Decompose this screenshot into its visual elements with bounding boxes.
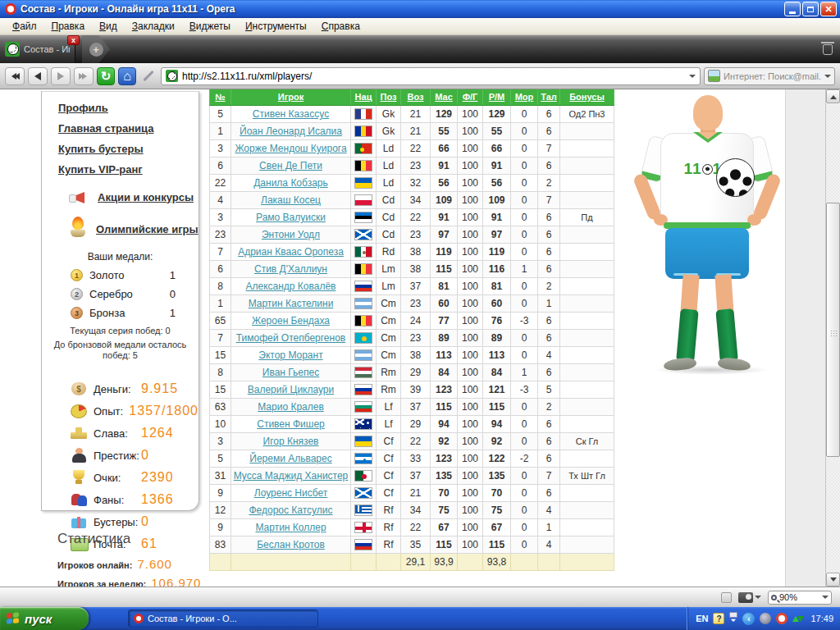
- player-name-link[interactable]: Валерий Циклаури: [248, 384, 335, 395]
- player-name-link[interactable]: Иван Гьепес: [262, 367, 319, 378]
- player-name-link[interactable]: Эктор Морант: [258, 349, 322, 361]
- player-row: 10 Стивен Фишер Lf 29 94 100 94 0 6: [210, 416, 614, 433]
- reload-button[interactable]: ↻: [97, 67, 115, 85]
- menu-item[interactable]: Правка: [44, 19, 93, 34]
- player-name-link[interactable]: Александр Ковалёв: [245, 281, 336, 292]
- sidebar-link[interactable]: Профиль: [58, 102, 199, 114]
- network-activity-icon[interactable]: [792, 613, 804, 625]
- language-help-icon[interactable]: ?: [713, 613, 724, 624]
- new-tab-button[interactable]: +: [82, 35, 110, 63]
- plus-icon: +: [89, 43, 103, 57]
- menu-item[interactable]: Инструменты: [238, 19, 314, 34]
- search-field[interactable]: Интернет: Поиск@mail.ru: [704, 67, 835, 85]
- resource-row: Фаны: 1366: [69, 491, 199, 508]
- column-header[interactable]: Поз: [377, 89, 401, 106]
- tab-close-icon[interactable]: x: [67, 35, 80, 45]
- url-text[interactable]: http://s2.11x11.ru/xml/players/: [182, 71, 685, 82]
- restore-button[interactable]: [802, 2, 819, 16]
- language-options-icon[interactable]: [729, 612, 737, 625]
- column-header[interactable]: Игрок: [231, 89, 351, 106]
- pencil-icon[interactable]: [139, 67, 158, 85]
- menu-item[interactable]: Файл: [5, 19, 44, 34]
- tray-opera-icon[interactable]: [776, 613, 788, 624]
- player-name-link[interactable]: Мусса Маджид Ханистер: [234, 470, 349, 482]
- player-name-link[interactable]: Мартин Кастелини: [249, 298, 334, 309]
- start-button[interactable]: пуск: [0, 607, 89, 630]
- column-header[interactable]: Ф/Г: [458, 89, 483, 106]
- nationality-flag-icon: [354, 263, 372, 275]
- menu-item[interactable]: Закладки: [125, 19, 182, 34]
- column-header[interactable]: Бонусы: [560, 89, 614, 106]
- closed-tabs-trash-button[interactable]: [815, 35, 840, 63]
- menu-item[interactable]: Вид: [92, 19, 125, 34]
- nationality-flag-icon: [354, 108, 372, 120]
- page-content: Профиль Главная страница Купить бустеры …: [0, 89, 825, 587]
- scroll-up-button[interactable]: [826, 89, 840, 103]
- player-name-link[interactable]: Энтони Уодл: [262, 229, 320, 240]
- sidebar-link[interactable]: Купить VIP-ранг: [58, 163, 199, 176]
- scrollbar-thumb[interactable]: [826, 203, 840, 457]
- home-button[interactable]: ⌂: [118, 67, 136, 85]
- player-name-link[interactable]: Федорос Катсулис: [249, 504, 332, 516]
- player-name-link[interactable]: Стивен Фишер: [257, 418, 325, 430]
- nationality-flag-icon: [354, 298, 372, 309]
- panels-toggle-icon[interactable]: [721, 592, 732, 603]
- camera-dropdown-icon[interactable]: [755, 596, 761, 602]
- player-name-link[interactable]: Тимофей Отепбергенов: [236, 332, 345, 344]
- fans-icon: [69, 491, 89, 508]
- player-name-link[interactable]: Свен Де Пети: [259, 160, 322, 171]
- stat-week-row: Игроков за неделю: 106.970: [57, 576, 201, 587]
- url-field[interactable]: http://s2.11x11.ru/xml/players/: [161, 67, 701, 85]
- sidebar-link[interactable]: Купить бустеры: [58, 143, 199, 155]
- player-name-link[interactable]: Данила Кобзарь: [253, 177, 328, 189]
- sidebar-item-olympics[interactable]: Олимпийские игры: [68, 218, 199, 240]
- minimize-button[interactable]: [784, 2, 801, 16]
- gift-icon: [69, 514, 89, 530]
- player-name-link[interactable]: Марио Кралев: [258, 401, 324, 413]
- player-name-link[interactable]: Йоан Леонард Исалиа: [240, 126, 342, 137]
- player-name-link[interactable]: Йереми Альварес: [249, 453, 331, 464]
- close-button[interactable]: ✕: [820, 2, 837, 16]
- tray-ball-icon[interactable]: [760, 613, 771, 624]
- column-header[interactable]: Воз: [401, 89, 431, 106]
- scroll-down-button[interactable]: [826, 573, 840, 587]
- page-scrollbar[interactable]: [825, 89, 840, 587]
- player-name-link[interactable]: Стив Д'Халлиун: [254, 263, 327, 275]
- menu-item[interactable]: Справка: [314, 19, 368, 34]
- zoom-control[interactable]: 90%: [768, 591, 832, 605]
- language-indicator[interactable]: EN: [696, 614, 708, 623]
- player-name-link[interactable]: Игор Князев: [263, 436, 319, 447]
- tab-sostav[interactable]: Состав - Игроки - Онл... x: [0, 35, 75, 63]
- fit-to-width-control[interactable]: [738, 592, 761, 603]
- column-header[interactable]: Тал: [538, 89, 560, 106]
- back-button[interactable]: [28, 67, 48, 85]
- search-dropdown-icon[interactable]: [824, 75, 831, 81]
- column-header[interactable]: Мас: [431, 89, 458, 106]
- nationality-flag-icon: [354, 470, 372, 482]
- forward-button[interactable]: [51, 67, 71, 85]
- sidebar-link[interactable]: Главная страница: [58, 122, 199, 135]
- player-name-link[interactable]: Адриан Кваас Оропеза: [238, 246, 344, 258]
- rewind-button[interactable]: [5, 67, 25, 85]
- player-name-link[interactable]: Мартин Коллер: [255, 522, 326, 533]
- zoom-dropdown-icon[interactable]: [822, 596, 829, 602]
- player-name-link[interactable]: Рамо Валуиски: [256, 212, 326, 223]
- search-placeholder[interactable]: Интернет: Поиск@mail.ru: [724, 71, 821, 81]
- player-name-link[interactable]: Жероен Бендаха: [252, 315, 330, 326]
- player-name-link[interactable]: Лоуренс Нисбет: [254, 487, 327, 499]
- player-name-link[interactable]: Жорже Мендош Куирога: [235, 143, 346, 154]
- url-dropdown-icon[interactable]: [689, 75, 696, 81]
- column-header[interactable]: №: [210, 89, 231, 106]
- fast-forward-button[interactable]: [74, 67, 94, 85]
- sidebar-item-promos[interactable]: Акции и конкурсы: [68, 189, 199, 205]
- menu-item[interactable]: Виджеты: [182, 19, 238, 34]
- player-row: 83 Беслан Кротов Rf 35 115 100 115 0 4: [210, 536, 614, 554]
- column-header[interactable]: Мор: [511, 89, 538, 106]
- player-name-link[interactable]: Стивен Казассус: [253, 108, 329, 120]
- player-name-link[interactable]: Лакаш Косец: [261, 194, 321, 206]
- column-header[interactable]: Р/М: [483, 89, 511, 106]
- taskbar-opera-button[interactable]: Состав - Игроки - О...: [128, 609, 318, 628]
- tray-back-icon[interactable]: ‹: [742, 613, 755, 625]
- player-name-link[interactable]: Беслан Кротов: [257, 539, 325, 550]
- column-header[interactable]: Нац: [351, 89, 377, 106]
